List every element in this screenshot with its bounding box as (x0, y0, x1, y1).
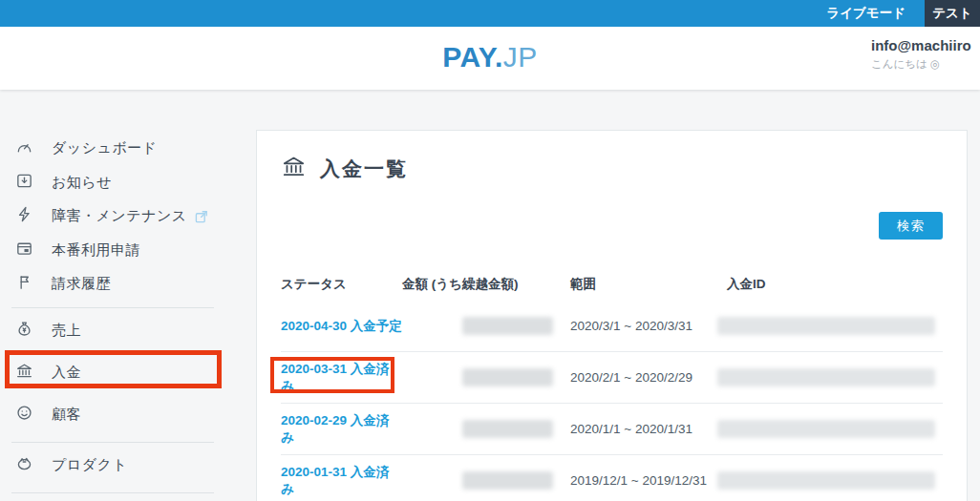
sidebar-item-customers[interactable]: 顧客 (0, 394, 256, 436)
sidebar-item-label: 入金 (52, 364, 81, 382)
payjp-logo[interactable]: PAY.JP (0, 41, 980, 73)
logo-secondary: JP (503, 41, 538, 73)
sidebar-item-label: 請求履歴 (52, 275, 111, 293)
sidebar-item-incidents[interactable]: 障害・メンテナンス (0, 199, 256, 234)
sidebar-item-label: お知らせ (52, 174, 112, 192)
billing-history-icon (15, 273, 33, 295)
live-mode-tab[interactable]: ライブモード (817, 0, 925, 27)
payout-status-link[interactable]: 2020-04-30 入金予定 (281, 319, 402, 333)
column-header-amount: 金額 (うち繰越金額) (402, 276, 570, 293)
table-row: 2020-04-30 入金予定 2020/3/1 ~ 2020/3/31 (281, 301, 943, 352)
top-mode-bar: ライブモード テスト (0, 0, 980, 27)
bank-icon (15, 362, 33, 384)
user-account-box[interactable]: info@machiiro こんにちは ◎ (871, 37, 980, 72)
user-email: info@machiiro (871, 37, 980, 53)
sidebar-divider (11, 492, 214, 493)
sidebar-item-products[interactable]: プロダクト (0, 445, 256, 487)
table-row: 2020-03-31 入金済み 2020/2/1 ~ 2020/2/29 (281, 352, 943, 404)
payout-status-link[interactable]: 2020-02-29 入金済み (281, 413, 389, 445)
search-button[interactable]: 検索 (879, 212, 943, 240)
payout-range: 2020/1/1 ~ 2020/1/31 (570, 422, 692, 436)
sidebar-item-announcements[interactable]: お知らせ (0, 166, 256, 200)
amount-redacted-blur (462, 471, 553, 490)
payout-id-redacted-blur (717, 471, 935, 490)
sidebar-item-label: 本番利用申請 (52, 241, 140, 260)
production-application-icon (15, 240, 33, 261)
sales-icon (15, 320, 33, 342)
sidebar-item-label: 障害・メンテナンス (52, 207, 187, 225)
external-link-icon (194, 209, 209, 224)
customers-icon (15, 404, 33, 426)
payout-id-redacted-blur (717, 368, 935, 386)
payout-range: 2020/2/1 ~ 2020/2/29 (570, 370, 692, 385)
incident-icon (15, 205, 33, 227)
sidebar-item-billing-history[interactable]: 請求履歴 (0, 267, 256, 302)
sidebar-nav: ダッシュボード お知らせ 障害・メンテナンス (0, 90, 256, 495)
sidebar-item-production-application[interactable]: 本番利用申請 (0, 234, 256, 268)
table-header-row: ステータス 金額 (うち繰越金額) 範囲 入金ID (281, 276, 943, 293)
sidebar-divider (11, 307, 214, 308)
test-mode-tab[interactable]: テスト (925, 0, 980, 27)
page-title-row: 入金一覧 (281, 154, 943, 183)
amount-redacted-blur (462, 368, 553, 386)
amount-redacted-blur (462, 317, 553, 335)
user-greeting: こんにちは ◎ (871, 57, 980, 72)
column-header-status: ステータス (281, 276, 402, 293)
products-icon (15, 454, 33, 476)
dashboard-icon (15, 137, 33, 159)
payout-id-redacted-blur (717, 420, 935, 438)
sidebar-item-payout[interactable]: 入金 (0, 352, 256, 394)
payout-range: 2020/3/1 ~ 2020/3/31 (570, 319, 692, 333)
sidebar-divider (11, 442, 214, 443)
announcements-icon (15, 172, 33, 194)
bank-icon (281, 154, 307, 183)
sidebar-item-sales[interactable]: 売上 (0, 310, 256, 352)
logo-primary: PAY. (442, 41, 503, 73)
column-header-range: 範囲 (570, 276, 717, 293)
payout-range: 2019/12/1 ~ 2019/12/31 (570, 473, 707, 488)
page-title: 入金一覧 (320, 156, 408, 182)
sidebar-item-label: ダッシュボード (52, 139, 158, 157)
payout-table-body: 2020-04-30 入金予定 2020/3/1 ~ 2020/3/31 202… (281, 301, 943, 501)
column-header-payout-id: 入金ID (717, 276, 943, 293)
payout-status-link[interactable]: 2020-01-31 入金済み (281, 465, 389, 496)
payout-id-redacted-blur (717, 317, 935, 335)
sidebar-item-dashboard[interactable]: ダッシュボード (0, 132, 256, 166)
sidebar-item-label: 顧客 (52, 406, 81, 424)
table-row: 2020-02-29 入金済み 2020/1/1 ~ 2020/1/31 (281, 404, 943, 455)
sidebar-item-label: 売上 (52, 322, 81, 340)
sidebar-item-label: プロダクト (52, 456, 127, 474)
payout-status-link[interactable]: 2020-03-31 入金済み (281, 362, 389, 393)
app-header: PAY.JP info@machiiro こんにちは ◎ (0, 27, 980, 90)
payout-list-panel: 入金一覧 検索 ステータス 金額 (うち繰越金額) 範囲 入金ID 2020-0… (256, 130, 968, 501)
amount-redacted-blur (462, 420, 553, 438)
table-row: 2020-01-31 入金済み 2019/12/1 ~ 2019/12/31 (281, 455, 943, 501)
